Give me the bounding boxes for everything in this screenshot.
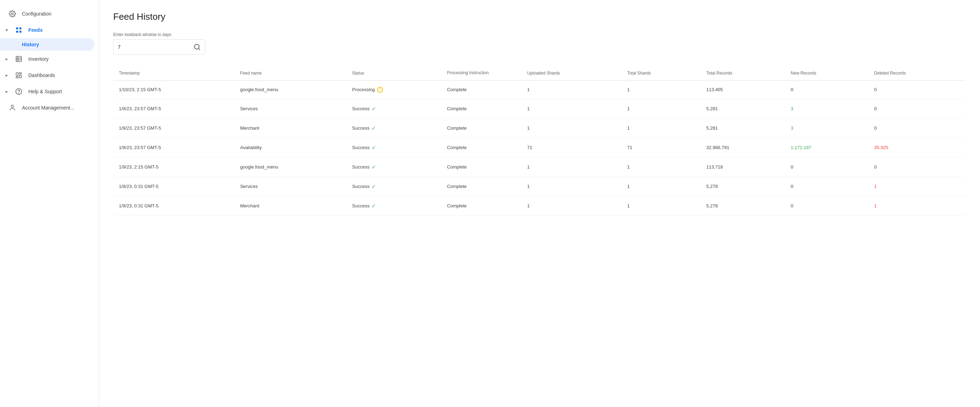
sidebar-item-help-support[interactable]: ▸ Help & Support xyxy=(0,83,94,100)
sidebar-item-history[interactable]: History xyxy=(0,38,94,51)
dashboard-icon xyxy=(15,71,23,79)
cell-processing-instruction: Complete xyxy=(441,177,522,196)
cell-feed-name: google.food_menu xyxy=(235,80,347,99)
sidebar-item-account[interactable]: Account Management... xyxy=(0,100,94,116)
col-uploaded-shards: Uploaded Shards xyxy=(522,66,622,80)
cell-feed-name: Merchant xyxy=(235,118,347,138)
cell-total-records: 113,405 xyxy=(700,80,785,99)
deleted-records-value: 0 xyxy=(874,106,877,111)
cell-feed-name: Availability xyxy=(235,138,347,157)
new-records-value: 0 xyxy=(791,203,793,209)
svg-rect-9 xyxy=(16,73,18,76)
gear-icon xyxy=(8,10,16,17)
cell-new-records: 3 xyxy=(785,99,869,118)
cell-timestamp: 1/9/23, 23:57 GMT-5 xyxy=(113,138,235,157)
col-feed-name: Feed name xyxy=(235,66,347,80)
cell-new-records: 0 xyxy=(785,196,869,215)
cell-total-records: 5,281 xyxy=(700,99,785,118)
new-records-value: 1,172,197 xyxy=(791,145,811,150)
col-processing-instruction: Processing Instruction xyxy=(441,66,522,80)
table-row: 1/9/23, 0:31 GMT-5 Services Success ✓ Co… xyxy=(113,177,966,196)
cell-new-records: 0 xyxy=(785,177,869,196)
sidebar-item-dashboards[interactable]: ▸ Dashboards xyxy=(0,67,94,83)
check-icon: ✓ xyxy=(371,184,376,190)
cell-total-shards: 1 xyxy=(622,157,701,177)
sidebar-item-feeds-label: Feeds xyxy=(28,27,43,33)
cell-status: Success ✓ xyxy=(346,157,441,177)
chevron-right-icon3: ▸ xyxy=(6,89,8,94)
sidebar-item-help-label: Help & Support xyxy=(28,89,62,94)
account-icon xyxy=(8,104,16,112)
cell-status: Success ✓ xyxy=(346,118,441,138)
cell-deleted-records: 0 xyxy=(869,157,966,177)
cell-total-records: 5,281 xyxy=(700,118,785,138)
status-text: Success xyxy=(352,184,369,189)
cell-feed-name: google.food_menu xyxy=(235,157,347,177)
cell-uploaded-shards: 71 xyxy=(522,138,622,157)
cell-deleted-records: 0 xyxy=(869,99,966,118)
cell-deleted-records: 35,925 xyxy=(869,138,966,157)
clock-icon xyxy=(377,87,383,93)
lookback-input-wrap xyxy=(113,39,205,55)
main-content: Feed History Enter lookback window in da… xyxy=(99,0,980,407)
table-icon xyxy=(15,55,23,63)
table-row: 1/9/23, 23:57 GMT-5 Availability Success… xyxy=(113,138,966,157)
lookback-section: Enter lookback window in days xyxy=(113,32,966,55)
cell-status: Processing xyxy=(346,80,441,99)
status-text: Success xyxy=(352,125,369,131)
new-records-value: 3 xyxy=(791,106,793,111)
svg-rect-2 xyxy=(19,28,22,30)
sidebar-item-inventory[interactable]: ▸ Inventory xyxy=(0,51,94,67)
search-icon xyxy=(194,43,200,51)
svg-line-17 xyxy=(199,48,200,50)
grid-icon xyxy=(15,26,23,34)
svg-point-0 xyxy=(12,13,13,15)
page-title: Feed History xyxy=(113,11,966,22)
sidebar-item-feeds[interactable]: ▾ Feeds xyxy=(0,22,94,38)
new-records-value: 0 xyxy=(791,184,793,189)
cell-processing-instruction: Complete xyxy=(441,118,522,138)
col-status: Status xyxy=(346,66,441,80)
deleted-records-value: 0 xyxy=(874,164,877,169)
lookback-input[interactable] xyxy=(118,44,194,50)
table-body: 1/10/23, 2:15 GMT-5 google.food_menu Pro… xyxy=(113,80,966,215)
cell-processing-instruction: Complete xyxy=(441,80,522,99)
cell-total-shards: 1 xyxy=(622,118,701,138)
cell-feed-name: Merchant xyxy=(235,196,347,215)
cell-processing-instruction: Complete xyxy=(441,196,522,215)
cell-timestamp: 1/9/23, 0:31 GMT-5 xyxy=(113,196,235,215)
deleted-records-value: 1 xyxy=(874,203,877,209)
status-text: Success xyxy=(352,203,369,209)
deleted-records-value: 1 xyxy=(874,184,877,189)
cell-total-shards: 1 xyxy=(622,177,701,196)
cell-new-records: 3 xyxy=(785,118,869,138)
col-total-shards: Total Shards xyxy=(622,66,701,80)
cell-status: Success ✓ xyxy=(346,177,441,196)
deleted-records-value: 35,925 xyxy=(874,145,888,150)
cell-deleted-records: 0 xyxy=(869,118,966,138)
table-row: 1/9/23, 23:57 GMT-5 Services Success ✓ C… xyxy=(113,99,966,118)
col-new-records: New Records xyxy=(785,66,869,80)
feed-history-table: Timestamp Feed name Status Processing In… xyxy=(113,66,966,216)
cell-status: Success ✓ xyxy=(346,99,441,118)
cell-deleted-records: 1 xyxy=(869,196,966,215)
svg-rect-5 xyxy=(16,57,22,62)
svg-rect-4 xyxy=(19,31,22,33)
cell-total-records: 32,966,791 xyxy=(700,138,785,157)
search-button[interactable] xyxy=(194,43,200,51)
cell-timestamp: 1/9/23, 0:31 GMT-5 xyxy=(113,177,235,196)
sidebar-item-configuration[interactable]: Configuration xyxy=(0,6,94,22)
cell-status: Success ✓ xyxy=(346,138,441,157)
sidebar-item-dashboards-label: Dashboards xyxy=(28,73,55,78)
cell-feed-name: Services xyxy=(235,177,347,196)
cell-timestamp: 1/9/23, 23:57 GMT-5 xyxy=(113,118,235,138)
sidebar: Configuration ▾ Feeds History ▸ Invento xyxy=(0,0,99,407)
sidebar-item-history-label: History xyxy=(22,42,39,48)
check-icon: ✓ xyxy=(371,125,376,131)
cell-processing-instruction: Complete xyxy=(441,99,522,118)
cell-uploaded-shards: 1 xyxy=(522,80,622,99)
table-row: 1/10/23, 2:15 GMT-5 google.food_menu Pro… xyxy=(113,80,966,99)
cell-new-records: 0 xyxy=(785,157,869,177)
svg-rect-10 xyxy=(19,73,22,74)
cell-status: Success ✓ xyxy=(346,196,441,215)
